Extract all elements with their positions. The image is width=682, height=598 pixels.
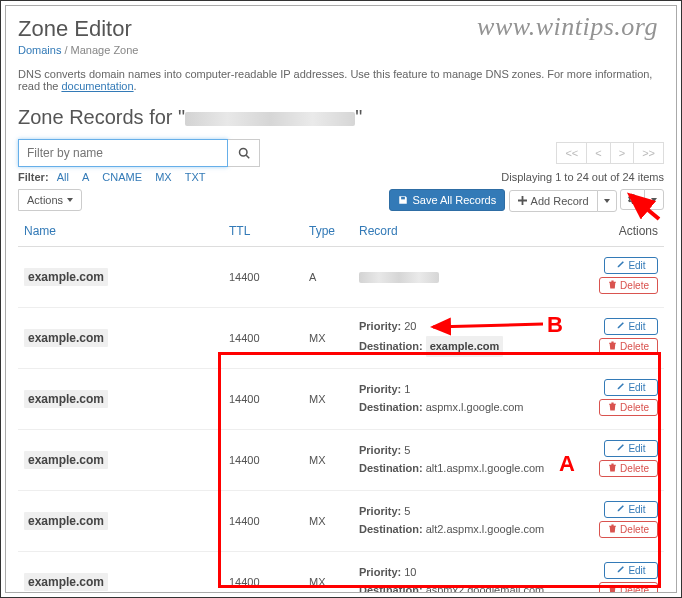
- destination-label: Destination:: [359, 462, 423, 474]
- intro-post: .: [134, 80, 137, 92]
- delete-label: Delete: [620, 402, 649, 413]
- caret-down-icon: [67, 198, 73, 202]
- record-name: example.com: [24, 390, 108, 408]
- edit-button[interactable]: Edit: [604, 440, 658, 457]
- priority-label: Priority:: [359, 566, 401, 578]
- delete-label: Delete: [620, 341, 649, 352]
- settings-gear-button[interactable]: [620, 189, 645, 210]
- actions-dropdown-button[interactable]: Actions: [18, 189, 82, 211]
- col-header-actions: Actions: [588, 218, 664, 247]
- breadcrumb-current: Manage Zone: [71, 44, 139, 56]
- record-destination: alt2.aspmx.l.google.com: [426, 523, 545, 535]
- table-row: example.com14400MXPriority: 10Destinatio…: [18, 551, 664, 593]
- watermark: www.wintips.org: [477, 12, 658, 42]
- table-row: example.com14400MXPriority: 5Destination…: [18, 490, 664, 551]
- delete-button[interactable]: Delete: [599, 338, 658, 355]
- trash-icon: [608, 280, 617, 291]
- add-record-label: Add Record: [531, 195, 589, 207]
- edit-label: Edit: [628, 382, 645, 393]
- filter-name-input[interactable]: [18, 139, 228, 167]
- record-name: example.com: [24, 268, 108, 286]
- pager-prev-button[interactable]: <: [586, 142, 610, 164]
- delete-button[interactable]: Delete: [599, 399, 658, 416]
- caret-down-icon: [651, 198, 657, 202]
- filter-mx-link[interactable]: MX: [155, 171, 172, 183]
- edit-button[interactable]: Edit: [604, 257, 658, 274]
- col-header-type[interactable]: Type: [303, 218, 353, 247]
- pager-last-button[interactable]: >>: [633, 142, 664, 164]
- record-type: MX: [303, 368, 353, 429]
- filter-input-group: [18, 139, 260, 167]
- filter-a-link[interactable]: A: [82, 171, 89, 183]
- record-ttl: 14400: [223, 246, 303, 307]
- pencil-icon: [616, 443, 625, 454]
- filter-links: Filter: All A CNAME MX TXT: [18, 171, 210, 183]
- record-type: A: [303, 246, 353, 307]
- breadcrumb: Domains / Manage Zone: [18, 44, 664, 56]
- record-priority: 20: [404, 320, 416, 332]
- record-destination: aspmx2.googlemail.com: [426, 584, 545, 594]
- edit-button[interactable]: Edit: [604, 318, 658, 335]
- filter-label: Filter:: [18, 171, 49, 183]
- record-ttl: 14400: [223, 307, 303, 368]
- priority-label: Priority:: [359, 444, 401, 456]
- breadcrumb-domains-link[interactable]: Domains: [18, 44, 61, 56]
- destination-label: Destination:: [359, 401, 423, 413]
- delete-label: Delete: [620, 463, 649, 474]
- pencil-icon: [616, 260, 625, 271]
- edit-button[interactable]: Edit: [604, 501, 658, 518]
- record-priority: 10: [404, 566, 416, 578]
- pager-first-button[interactable]: <<: [556, 142, 587, 164]
- record-type: MX: [303, 490, 353, 551]
- filter-cname-link[interactable]: CNAME: [102, 171, 142, 183]
- destination-label: Destination:: [359, 523, 423, 535]
- pager-next-button[interactable]: >: [610, 142, 634, 164]
- record-value-blurred: [359, 272, 439, 283]
- record-type: MX: [303, 551, 353, 593]
- table-row: example.com14400MXPriority: 20Destinatio…: [18, 307, 664, 368]
- intro-text: DNS converts domain names into computer-…: [18, 68, 664, 92]
- edit-label: Edit: [628, 504, 645, 515]
- display-count: Displaying 1 to 24 out of 24 items: [501, 171, 664, 183]
- delete-button[interactable]: Delete: [599, 277, 658, 294]
- delete-button[interactable]: Delete: [599, 521, 658, 538]
- add-record-dropdown-button[interactable]: [597, 190, 617, 212]
- search-button[interactable]: [228, 139, 260, 167]
- trash-icon: [608, 524, 617, 535]
- pencil-icon: [616, 565, 625, 576]
- table-row: example.com14400MXPriority: 1Destination…: [18, 368, 664, 429]
- delete-button[interactable]: Delete: [599, 582, 658, 594]
- edit-button[interactable]: Edit: [604, 379, 658, 396]
- svg-line-1: [246, 155, 249, 158]
- pagination: << < > >>: [557, 142, 664, 164]
- record-ttl: 14400: [223, 368, 303, 429]
- pencil-icon: [616, 382, 625, 393]
- save-all-records-button[interactable]: Save All Records: [389, 189, 505, 211]
- actions-label: Actions: [27, 194, 63, 206]
- col-header-ttl[interactable]: TTL: [223, 218, 303, 247]
- record-type: MX: [303, 429, 353, 490]
- filter-txt-link[interactable]: TXT: [185, 171, 206, 183]
- record-destination: alt1.aspmx.l.google.com: [426, 462, 545, 474]
- record-name: example.com: [24, 329, 108, 347]
- settings-dropdown-button[interactable]: [644, 189, 664, 210]
- delete-label: Delete: [620, 280, 649, 291]
- destination-label: Destination:: [359, 584, 423, 594]
- col-header-record[interactable]: Record: [353, 218, 588, 247]
- add-record-button[interactable]: Add Record: [509, 190, 598, 212]
- col-header-name[interactable]: Name: [18, 218, 223, 247]
- table-row: example.com14400MXPriority: 5Destination…: [18, 429, 664, 490]
- record-ttl: 14400: [223, 429, 303, 490]
- pencil-icon: [616, 504, 625, 515]
- zone-records-table: Name TTL Type Record Actions example.com…: [18, 218, 664, 594]
- edit-button[interactable]: Edit: [604, 562, 658, 579]
- documentation-link[interactable]: documentation: [61, 80, 133, 92]
- record-name: example.com: [24, 573, 108, 591]
- delete-button[interactable]: Delete: [599, 460, 658, 477]
- priority-label: Priority:: [359, 505, 401, 517]
- edit-label: Edit: [628, 565, 645, 576]
- svg-point-0: [239, 149, 247, 157]
- filter-all-link[interactable]: All: [57, 171, 69, 183]
- trash-icon: [608, 463, 617, 474]
- save-icon: [398, 195, 408, 205]
